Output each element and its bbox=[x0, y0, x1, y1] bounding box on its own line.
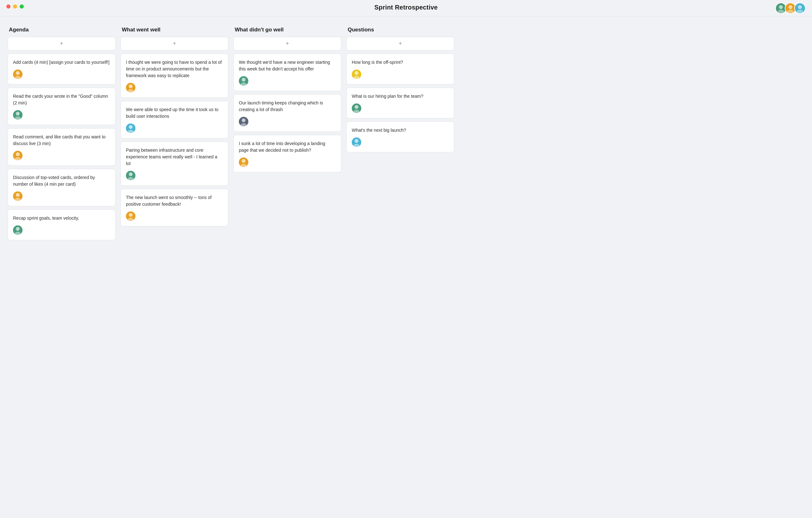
svg-point-8 bbox=[16, 112, 20, 115]
card-avatar-a5 bbox=[13, 225, 23, 235]
add-card-button-questions[interactable]: + bbox=[346, 37, 454, 51]
svg-point-2 bbox=[788, 5, 792, 9]
column-header-didnt-go-well: What didn't go well bbox=[233, 27, 341, 33]
card-text-a2: Read the cards your wrote in the "Good" … bbox=[13, 93, 110, 106]
card-avatar-d1 bbox=[239, 76, 249, 86]
svg-point-0 bbox=[779, 5, 783, 9]
card-q2: What is our hiring plan for the team? bbox=[346, 88, 454, 118]
svg-point-18 bbox=[129, 125, 133, 129]
card-text-w2: We were able to speed up the time it too… bbox=[126, 106, 223, 120]
card-avatar-q1 bbox=[352, 70, 361, 79]
svg-point-22 bbox=[129, 213, 133, 217]
card-text-d1: We thought we'd have a new engineer star… bbox=[239, 59, 336, 72]
card-text-a3: Read comment, and like cards that you wa… bbox=[13, 134, 110, 147]
svg-point-32 bbox=[355, 105, 358, 109]
card-a5: Recap sprint goals, team velocity, bbox=[8, 210, 115, 240]
card-avatar-d3 bbox=[239, 158, 249, 167]
card-text-w4: The new launch went so smoothly -- tons … bbox=[126, 194, 223, 208]
svg-point-1 bbox=[777, 9, 784, 14]
card-avatar-d2 bbox=[239, 117, 249, 126]
card-a2: Read the cards your wrote in the "Good" … bbox=[8, 88, 115, 125]
card-a1: Add cards (4 min) [assign your cards to … bbox=[8, 54, 115, 84]
card-w4: The new launch went so smoothly -- tons … bbox=[120, 189, 228, 226]
card-avatar-a4 bbox=[13, 191, 23, 201]
svg-point-10 bbox=[16, 152, 20, 156]
svg-point-7 bbox=[14, 76, 21, 79]
svg-point-26 bbox=[242, 118, 245, 122]
svg-point-31 bbox=[353, 76, 360, 79]
card-q1: How long is the off-sprint? bbox=[346, 54, 454, 84]
svg-point-13 bbox=[14, 198, 21, 201]
card-avatar-a3 bbox=[13, 151, 23, 160]
card-avatar-q2 bbox=[352, 104, 361, 113]
svg-point-21 bbox=[127, 177, 134, 180]
card-text-q2: What is our hiring plan for the team? bbox=[352, 93, 449, 100]
svg-point-29 bbox=[240, 164, 247, 167]
card-w3: Pairing between infrastructure and core … bbox=[120, 141, 228, 186]
svg-point-12 bbox=[16, 193, 20, 197]
svg-point-30 bbox=[355, 71, 358, 75]
card-avatar-a1 bbox=[13, 70, 23, 79]
card-a3: Read comment, and like cards that you wa… bbox=[8, 128, 115, 166]
svg-point-11 bbox=[14, 157, 21, 160]
minimize-control[interactable] bbox=[13, 4, 17, 8]
svg-point-3 bbox=[787, 9, 793, 14]
card-w2: We were able to speed up the time it too… bbox=[120, 101, 228, 138]
column-questions: Questions+How long is the off-sprint? Wh… bbox=[346, 27, 454, 156]
svg-point-35 bbox=[353, 144, 360, 147]
card-text-q1: How long is the off-sprint? bbox=[352, 59, 449, 66]
add-card-button-went-well[interactable]: + bbox=[120, 37, 228, 51]
maximize-control[interactable] bbox=[20, 4, 24, 8]
svg-point-9 bbox=[14, 116, 21, 120]
card-a4: Discussion of top-voted cards, ordered b… bbox=[8, 169, 115, 206]
card-q3: What's the next big launch? bbox=[346, 121, 454, 152]
svg-point-33 bbox=[353, 110, 360, 113]
card-text-a5: Recap sprint goals, team velocity, bbox=[13, 215, 110, 222]
close-control[interactable] bbox=[6, 4, 10, 8]
divider bbox=[0, 16, 812, 17]
column-header-questions: Questions bbox=[346, 27, 454, 33]
card-avatar-q3 bbox=[352, 137, 361, 147]
column-agenda: Agenda+Add cards (4 min) [assign your ca… bbox=[8, 27, 115, 243]
card-text-d2: Our launch timing keeps changing which i… bbox=[239, 100, 336, 113]
card-avatar-w3 bbox=[126, 171, 136, 180]
card-d1: We thought we'd have a new engineer star… bbox=[233, 54, 341, 91]
board: Agenda+Add cards (4 min) [assign your ca… bbox=[0, 19, 812, 251]
svg-point-19 bbox=[127, 130, 134, 133]
svg-point-24 bbox=[242, 78, 245, 82]
column-went-well: What went well+I thought we were going t… bbox=[120, 27, 228, 229]
card-text-d3: I sunk a lot of time into developing a l… bbox=[239, 140, 336, 154]
svg-point-27 bbox=[240, 123, 247, 126]
card-avatar-w2 bbox=[126, 124, 136, 133]
window-controls bbox=[6, 4, 24, 8]
title-bar: Sprint Retrospective bbox=[0, 0, 812, 13]
svg-point-6 bbox=[16, 71, 20, 75]
header-avatar-3 bbox=[794, 3, 806, 14]
column-header-went-well: What went well bbox=[120, 27, 228, 33]
card-d2: Our launch timing keeps changing which i… bbox=[233, 94, 341, 132]
card-text-q3: What's the next big launch? bbox=[352, 127, 449, 134]
card-avatar-w1 bbox=[126, 83, 136, 92]
card-text-a4: Discussion of top-voted cards, ordered b… bbox=[13, 174, 110, 188]
column-didnt-go-well: What didn't go well+We thought we'd have… bbox=[233, 27, 341, 175]
card-text-a1: Add cards (4 min) [assign your cards to … bbox=[13, 59, 110, 66]
avatar-group bbox=[775, 3, 806, 14]
column-header-agenda: Agenda bbox=[8, 27, 115, 33]
svg-point-16 bbox=[129, 84, 133, 88]
add-card-button-agenda[interactable]: + bbox=[8, 37, 115, 51]
svg-point-14 bbox=[16, 227, 20, 231]
svg-point-25 bbox=[240, 83, 247, 86]
card-text-w3: Pairing between infrastructure and core … bbox=[126, 147, 223, 167]
add-card-button-didnt-go-well[interactable]: + bbox=[233, 37, 341, 51]
card-avatar-a2 bbox=[13, 110, 23, 120]
card-d3: I sunk a lot of time into developing a l… bbox=[233, 135, 341, 172]
card-avatar-w4 bbox=[126, 211, 136, 221]
card-text-w1: I thought we were going to have to spend… bbox=[126, 59, 223, 79]
page-title: Sprint Retrospective bbox=[374, 4, 438, 11]
svg-point-34 bbox=[355, 139, 358, 143]
card-w1: I thought we were going to have to spend… bbox=[120, 54, 228, 98]
svg-point-20 bbox=[129, 172, 133, 176]
svg-point-15 bbox=[14, 232, 21, 235]
svg-point-4 bbox=[798, 5, 802, 9]
svg-point-5 bbox=[796, 9, 803, 14]
